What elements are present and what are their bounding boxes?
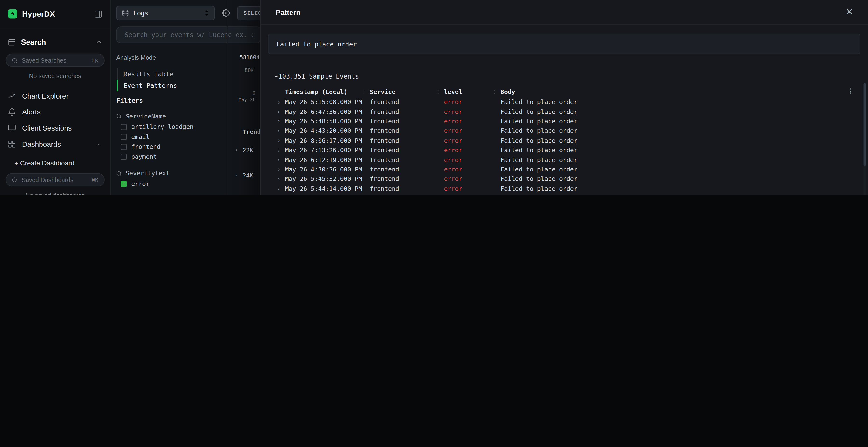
filter-option-label: payment [131,153,157,161]
col-level[interactable]: level⋮ [444,89,500,96]
checkbox[interactable]: ✓ [121,144,127,150]
nav-label: Alerts [22,108,40,116]
saved-searches-input[interactable]: Saved Searches ⌘K [5,54,105,67]
chevron-right-icon[interactable]: › [272,109,285,115]
y-axis-max-label: 80K [245,67,254,73]
table-options-icon[interactable]: ⋮ [847,88,854,95]
table-header-row: Timestamp (Local)⋮ Service⋮ level⋮ Body … [272,88,868,97]
cell-level: error [444,118,500,125]
event-row[interactable]: › May 26 5:45:32.000 PM frontend error F… [272,174,868,184]
cell-service: frontend [370,156,444,164]
cell-timestamp: May 26 5:44:14.000 PM [285,185,370,193]
pattern-row-partial[interactable]: › 24K [227,163,261,188]
event-row[interactable]: › May 26 5:48:50.000 PM frontend error F… [272,116,868,126]
checkbox[interactable]: ✓ [121,154,127,160]
app-title: HyperDX [22,9,55,18]
mode-results-table[interactable]: Results Table [117,68,177,80]
search-panel: Logs SELECT Analysis Mode Results Table … [111,0,260,195]
event-row[interactable]: › May 26 6:12:19.000 PM frontend error F… [272,155,868,165]
create-dashboard-button[interactable]: + Create Dashboard [0,158,110,169]
saved-searches-shortcut: ⌘K [92,57,99,63]
column-resize-handle[interactable]: ⋮ [492,89,497,95]
event-row[interactable]: › May 26 7:13:26.000 PM frontend error F… [272,145,868,155]
filter-group-name: SeverityText [126,170,169,177]
cell-body: Failed to place order [500,147,868,154]
search-icon [11,177,18,183]
chevron-right-icon[interactable]: › [235,147,238,153]
nav-label: Chart Explorer [22,92,68,100]
cell-body: Failed to place order [500,128,868,135]
event-row[interactable]: › May 26 5:44:14.000 PM frontend error F… [272,184,868,194]
search-section-header[interactable]: Search [0,35,110,49]
sidebar-item-dashboards[interactable]: Dashboards [0,136,110,152]
cell-level: error [444,147,500,154]
pattern-row-partial[interactable]: › 22K [227,137,261,163]
column-resize-handle[interactable]: ⋮ [362,89,367,95]
event-row[interactable]: › May 26 5:15:08.000 PM frontend error F… [272,97,868,107]
select-chevrons-icon [204,9,209,16]
cell-level: error [444,128,500,135]
event-row[interactable]: › May 26 6:47:36.000 PM frontend error F… [272,107,868,116]
filter-option-label: frontend [131,143,161,150]
sidebar-item-alerts[interactable]: Alerts [0,104,110,120]
checkbox[interactable]: ✓ [121,134,127,140]
cell-service: frontend [370,118,444,125]
cell-body: Failed to place order [500,166,868,173]
col-timestamp[interactable]: Timestamp (Local)⋮ [285,89,370,96]
pattern-title: Pattern [276,8,301,16]
col-body[interactable]: Body [500,89,868,96]
checkbox[interactable]: ✓ [121,124,127,130]
chevron-right-icon[interactable]: › [272,157,285,163]
chevron-right-icon[interactable]: › [272,119,285,124]
saved-searches-placeholder: Saved Searches [22,57,88,64]
event-row[interactable]: › May 26 8:06:17.000 PM frontend error F… [272,136,868,145]
sidebar-collapse-icon[interactable] [94,10,102,18]
y-axis-min-label: 0 [252,90,255,96]
sample-events-table: Timestamp (Local)⋮ Service⋮ level⋮ Body … [272,88,868,195]
event-row[interactable]: › May 26 7:15:29.000 PM frontend error F… [272,194,868,195]
cell-timestamp: May 26 7:13:26.000 PM [285,147,370,154]
bell-icon [8,108,16,116]
scrollbar[interactable] [864,83,866,195]
mode-event-patterns[interactable]: Event Patterns [117,80,177,91]
sidebar-item-client-sessions[interactable]: Client Sessions [0,120,110,136]
column-resize-handle[interactable]: ⋮ [436,89,441,95]
chevron-right-icon[interactable]: › [272,138,285,143]
analysis-mode-label: Analysis Mode [116,54,156,61]
chevron-right-icon[interactable]: › [272,167,285,172]
search-icon [116,171,122,176]
chevron-right-icon[interactable]: › [272,147,285,153]
cell-level: error [444,176,500,183]
chevron-right-icon[interactable]: › [235,172,238,178]
chevron-right-icon[interactable]: › [272,100,285,105]
trend-rows: › 22K › 24K › 24K › 22K [227,137,261,195]
x-axis-label: May 26 [239,97,256,102]
filter-option-label: email [131,133,150,140]
saved-dashboards-input[interactable]: Saved Dashboards ⌘K [5,173,105,186]
cell-timestamp: May 26 4:43:20.000 PM [285,128,370,135]
sidebar-item-chart-explorer[interactable]: Chart Explorer [0,88,110,104]
search-section-icon [8,38,16,46]
cell-timestamp: May 26 5:45:32.000 PM [285,176,370,183]
source-select[interactable]: Logs [116,5,215,21]
cell-timestamp: May 26 5:48:50.000 PM [285,118,370,125]
cell-service: frontend [370,108,444,115]
chevron-right-icon[interactable]: › [272,176,285,182]
event-row[interactable]: › May 26 4:43:20.000 PM frontend error F… [272,126,868,136]
cell-body: Failed to place order [500,156,868,164]
chevron-right-icon[interactable]: › [272,128,285,134]
close-icon[interactable]: ✕ [845,8,853,16]
col-service[interactable]: Service⋮ [370,89,444,96]
trend-value: 22K [243,146,253,153]
pattern-row-partial[interactable]: › 24K [227,188,261,195]
database-icon [122,9,129,16]
checkbox[interactable]: ✓ [121,181,127,187]
results-preview-strip: 581604 80K 0 May 26 Trend › 22K › 24K [227,0,261,195]
event-row[interactable]: › May 26 4:30:36.000 PM frontend error F… [272,165,868,174]
chevron-up-icon[interactable] [96,39,102,45]
chevron-up-icon[interactable] [96,141,102,148]
scrollbar-thumb[interactable] [864,83,866,166]
cell-body: Failed to place order [500,185,868,193]
pattern-box: Failed to place order [268,34,860,54]
chevron-right-icon[interactable]: › [272,186,285,192]
